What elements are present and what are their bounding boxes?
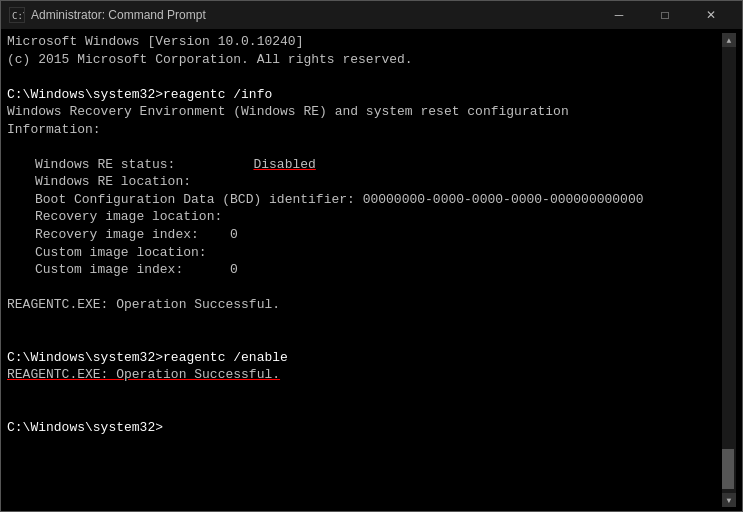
minimize-button[interactable]: ─ [596,1,642,29]
scrollbar[interactable]: ▲ ▼ [722,33,736,507]
svg-text:C:\: C:\ [12,11,24,21]
window-title: Administrator: Command Prompt [31,8,206,22]
terminal-line: (c) 2015 Microsoft Corporation. All righ… [7,51,722,69]
terminal-line: Information: [7,121,722,139]
terminal-line: REAGENTC.EXE: Operation Successful. [7,366,722,384]
terminal-content[interactable]: Microsoft Windows [Version 10.0.10240] (… [7,33,722,507]
terminal-line [7,138,722,156]
terminal-prompt: C:\Windows\system32> [7,419,722,437]
maximize-button[interactable]: □ [642,1,688,29]
terminal-line: Windows RE status: Disabled [7,156,722,174]
terminal-line-cmd: C:\Windows\system32>reagentc /enable [7,349,722,367]
terminal-line [7,331,722,349]
terminal-line: Recovery image index: 0 [7,226,722,244]
window-controls: ─ □ ✕ [596,1,734,29]
terminal-body: Microsoft Windows [Version 10.0.10240] (… [1,29,742,511]
terminal-line [7,314,722,332]
scrollbar-thumb[interactable] [722,449,734,489]
terminal-line: Microsoft Windows [Version 10.0.10240] [7,33,722,51]
cmd-window: C:\ Administrator: Command Prompt ─ □ ✕ … [0,0,743,512]
terminal-line: Windows Recovery Environment (Windows RE… [7,103,722,121]
terminal-line: Recovery image location: [7,208,722,226]
close-button[interactable]: ✕ [688,1,734,29]
terminal-line: Boot Configuration Data (BCD) identifier… [7,191,722,209]
terminal-line: Custom image location: [7,244,722,262]
terminal-line: REAGENTC.EXE: Operation Successful. [7,296,722,314]
cmd-icon: C:\ [9,7,25,23]
disabled-text: Disabled [253,157,315,172]
titlebar-left: C:\ Administrator: Command Prompt [9,7,206,23]
terminal-line [7,68,722,86]
scroll-down-arrow[interactable]: ▼ [722,493,736,507]
scroll-up-arrow[interactable]: ▲ [722,33,736,47]
terminal-line-cmd: C:\Windows\system32>reagentc /info [7,86,722,104]
terminal-line: Custom image index: 0 [7,261,722,279]
success-text: REAGENTC.EXE: Operation Successful. [7,367,280,382]
terminal-line [7,401,722,419]
terminal-line: Windows RE location: [7,173,722,191]
terminal-line [7,384,722,402]
terminal-line [7,279,722,297]
titlebar: C:\ Administrator: Command Prompt ─ □ ✕ [1,1,742,29]
